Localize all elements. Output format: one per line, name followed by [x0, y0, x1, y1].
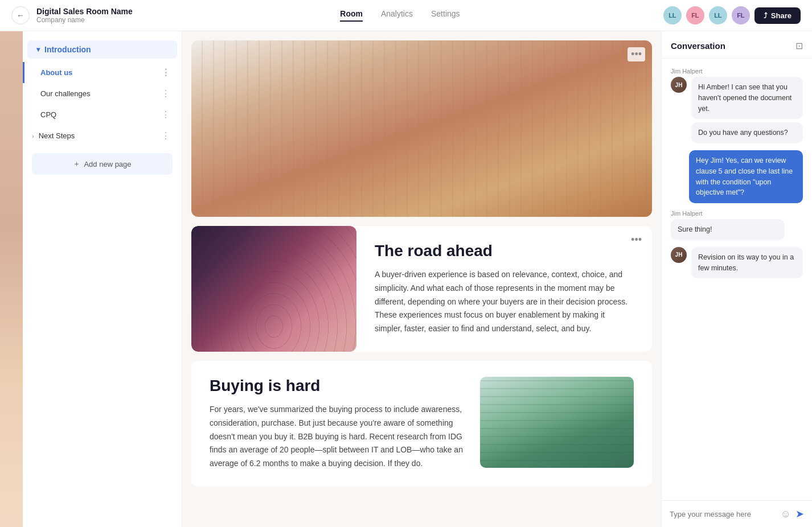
sidebar-next-steps-label: Next Steps [39, 131, 75, 140]
sidebar-next-steps-menu[interactable]: ⋮ [161, 130, 170, 141]
message-group-1: Jim Halpert JH Hi Amber! I can see that … [671, 68, 803, 143]
buying-hard-card: Buying is hard For years, we've summariz… [191, 361, 652, 487]
sidebar-section-introduction[interactable]: ▾ Introduction [27, 40, 177, 59]
road-ahead-body: A buyer-driven experience is based on re… [375, 268, 634, 336]
message-group-jim3: JH Revision on its way to you in a few m… [671, 247, 803, 279]
add-page-label: Add new page [84, 160, 131, 168]
back-button[interactable]: ← [11, 6, 30, 24]
app-subtitle: Company name [36, 16, 133, 24]
avatar-fl2[interactable]: FL [732, 6, 750, 24]
msg-avatar-jim2: JH [671, 247, 687, 263]
sidebar-item-our-challenges-menu[interactable]: ⋮ [161, 88, 170, 99]
avatar-ll2[interactable]: LL [709, 6, 727, 24]
conversation-header: Conversation ⊡ [662, 31, 812, 59]
msg-bubble-4: Sure thing! [671, 219, 785, 240]
panel-toggle-button[interactable]: ⊡ [795, 40, 803, 51]
hero-card: ••• [191, 40, 652, 217]
hero-card-menu[interactable]: ••• [628, 47, 645, 61]
msg-bubbles-jim1: Hi Amber! I can see that you haven't ope… [691, 77, 803, 143]
send-button[interactable]: ➤ [795, 508, 804, 520]
msg-bubble-2: Do you have any questions? [691, 122, 803, 143]
message-input[interactable] [670, 510, 776, 518]
add-page-button[interactable]: ＋ Add new page [32, 153, 173, 175]
chevron-down-icon: ▾ [36, 46, 40, 53]
buying-image-inner [480, 377, 634, 468]
sidebar-item-our-challenges-label: Our challenges [40, 89, 90, 98]
sidebar-item-cpq-label: CPQ [40, 110, 56, 119]
tab-room[interactable]: Room [340, 9, 363, 22]
msg-bubble-5: Revision on its way to you in a few minu… [691, 247, 803, 279]
share-button[interactable]: ⤴ Share [754, 7, 801, 24]
left-bg-strip [0, 31, 23, 527]
plus-icon: ＋ [73, 159, 80, 169]
avatar-fl[interactable]: FL [686, 6, 704, 24]
sidebar-item-cpq[interactable]: CPQ ⋮ [23, 104, 182, 125]
msg-bubble-1: Hi Amber! I can see that you haven't ope… [691, 77, 803, 119]
road-ahead-title: The road ahead [375, 242, 634, 260]
sidebar-section-next-steps[interactable]: › Next Steps ⋮ [23, 125, 182, 146]
message-group-outgoing: Hey Jim! Yes, can we review clause 5 and… [689, 150, 803, 203]
sidebar-item-about-us[interactable]: About us ⋮ [23, 62, 182, 83]
msg-bubble-outgoing: Hey Jim! Yes, can we review clause 5 and… [689, 150, 803, 203]
topbar: ← Digital Sales Room Name Company name R… [0, 0, 812, 31]
tab-analytics[interactable]: Analytics [381, 9, 413, 22]
app-info: Digital Sales Room Name Company name [36, 7, 133, 24]
topbar-right: LL FL LL FL ⤴ Share [663, 6, 801, 24]
msg-row-1: JH Hi Amber! I can see that you haven't … [671, 77, 803, 143]
buying-hard-title: Buying is hard [210, 377, 464, 395]
share-label: Share [771, 11, 792, 20]
app-title: Digital Sales Room Name [36, 7, 133, 16]
left-bg-image [0, 31, 23, 527]
share-icon: ⤴ [764, 11, 768, 20]
buying-image [480, 377, 634, 468]
msg-avatar-jim1-inner: JH [671, 77, 687, 93]
msg-avatar-jim1: JH [671, 77, 687, 93]
messages-area: Jim Halpert JH Hi Amber! I can see that … [662, 59, 812, 500]
sidebar-item-our-challenges[interactable]: Our challenges ⋮ [23, 83, 182, 104]
msg-avatar-jim2-inner: JH [671, 247, 687, 263]
road-image [191, 226, 356, 352]
conversation-title: Conversation [671, 41, 725, 51]
main-nav: Room Analytics Settings [137, 9, 663, 22]
road-image-inner [191, 226, 356, 352]
content-area[interactable]: ••• ••• The road ahead A buyer-driven ex… [182, 31, 661, 527]
road-ahead-card: ••• The road ahead A buyer-driven experi… [191, 226, 652, 352]
sidebar: ▾ Introduction About us ⋮ Our challenges… [23, 31, 182, 527]
sidebar-item-cpq-menu[interactable]: ⋮ [161, 109, 170, 120]
back-icon: ← [17, 11, 24, 20]
topbar-left: ← Digital Sales Room Name Company name [11, 6, 137, 24]
emoji-button[interactable]: ☺ [781, 508, 791, 520]
message-group-jim2: Jim Halpert Sure thing! [671, 210, 803, 240]
avatar-ll1[interactable]: LL [663, 6, 682, 24]
msg-sender-jim1: Jim Halpert [671, 68, 803, 75]
sidebar-item-about-us-label: About us [40, 68, 72, 77]
buying-text: Buying is hard For years, we've summariz… [210, 377, 464, 471]
message-input-area: ☺ ➤ [662, 500, 812, 527]
road-ahead-card-menu[interactable]: ••• [628, 233, 645, 247]
tab-settings[interactable]: Settings [431, 9, 460, 22]
msg-row-5: JH Revision on its way to you in a few m… [671, 247, 803, 279]
conversation-panel: Conversation ⊡ Jim Halpert JH Hi Amber! … [661, 31, 812, 527]
road-content: ••• The road ahead A buyer-driven experi… [356, 226, 652, 352]
sidebar-section-introduction-label: Introduction [44, 45, 91, 54]
msg-sender-jim2: Jim Halpert [671, 210, 803, 217]
sidebar-next-steps-left: › Next Steps [32, 131, 75, 140]
sidebar-item-about-us-menu[interactable]: ⋮ [161, 67, 170, 78]
sidebar-items: About us ⋮ Our challenges ⋮ CPQ ⋮ [23, 62, 182, 125]
hero-image [191, 40, 652, 217]
buying-hard-body: For years, we've summarized the buying p… [210, 403, 464, 471]
chevron-right-icon: › [32, 133, 34, 139]
main-layout: ▾ Introduction About us ⋮ Our challenges… [0, 31, 812, 527]
